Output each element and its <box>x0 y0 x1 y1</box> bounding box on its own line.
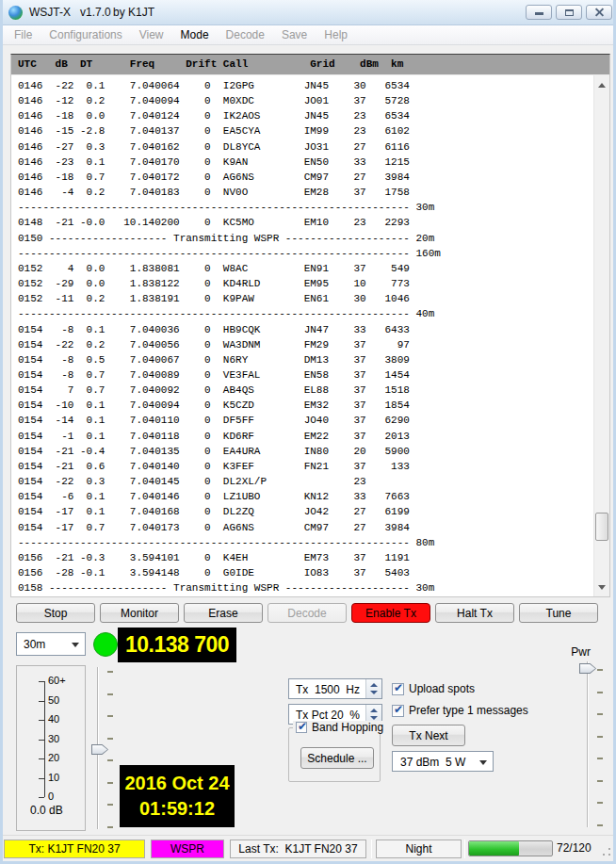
spin-down-icon[interactable] <box>370 716 378 720</box>
slider-tick <box>597 692 603 693</box>
decode-row[interactable]: 0152 -11 0.2 1.838191 0 K9PAW EN61 30 10… <box>18 291 593 306</box>
status-separator <box>371 840 372 858</box>
decode-row[interactable]: 0152 4 0.0 1.838081 0 W8AC EN91 37 549 <box>18 261 593 276</box>
close-button[interactable] <box>586 5 612 20</box>
pwr-slider[interactable] <box>574 658 606 829</box>
meter-scale-label: 0 <box>48 791 54 802</box>
band-selector[interactable]: 30m <box>16 632 86 656</box>
decode-separator-line: ----------------------------------------… <box>18 306 593 321</box>
window-title-author: by K1JT <box>113 6 154 19</box>
spin-up-icon[interactable] <box>370 683 378 687</box>
decode-row[interactable]: 0154 -8 0.7 7.040089 0 VE3FAL EN58 37 14… <box>18 367 593 383</box>
clock-date: 2016 Oct 24 <box>120 771 235 796</box>
scroll-up-icon[interactable] <box>594 77 609 92</box>
maximize-icon <box>565 9 574 16</box>
decode-row[interactable]: 0154 -17 0.7 7.040173 0 AG6NS CM97 27 39… <box>18 520 593 535</box>
decode-text: 0146 -22 0.1 7.040064 0 I2GPG JN45 30 65… <box>11 76 593 596</box>
erase-button[interactable]: Erase <box>184 603 263 623</box>
band-hopping-checkbox[interactable]: ✔ Band Hopping <box>293 721 386 734</box>
checkbox-icon[interactable]: ✔ <box>392 705 404 717</box>
decode-row[interactable]: 0154 -17 0.1 7.040168 0 DL2ZQ JO42 27 61… <box>18 504 593 519</box>
halt-tx-button[interactable]: Halt Tx <box>435 603 514 623</box>
meter-scale-label: 50 <box>48 694 59 706</box>
checkbox-icon[interactable]: ✔ <box>296 722 307 733</box>
progress-fill <box>469 841 519 856</box>
band-selector-value: 30m <box>24 638 45 651</box>
minimize-button[interactable] <box>526 5 552 20</box>
slider-tick <box>597 736 603 738</box>
tx-power-selector[interactable]: 37 dBm 5 W <box>392 751 494 772</box>
clock-time: 01:59:12 <box>120 796 235 822</box>
spinner-buttons[interactable] <box>365 679 381 698</box>
meter-tick <box>39 681 44 682</box>
decode-row[interactable]: 0154 -21 -0.4 7.040135 0 EA4URA IN80 20 … <box>18 444 593 459</box>
stop-button[interactable]: Stop <box>16 603 95 623</box>
decode-row[interactable]: 0156 -21 -0.3 3.594101 0 K4EH EM73 37 11… <box>18 550 593 565</box>
spin-down-icon[interactable] <box>370 691 378 694</box>
meter-axis <box>44 681 45 797</box>
tx-frequency-spinner[interactable]: Tx 1500 Hz <box>288 678 382 699</box>
scroll-down-icon[interactable] <box>594 579 609 595</box>
prefer-type1-label: Prefer type 1 messages <box>409 704 528 717</box>
decode-row[interactable]: 0154 -21 0.6 7.040140 0 K3FEF FN21 37 13… <box>18 459 593 474</box>
slider-tick <box>597 824 603 826</box>
decode-row[interactable]: 0146 -4 0.2 7.040183 0 NV0O EM28 37 1758 <box>18 185 593 200</box>
decode-button[interactable]: Decode <box>267 603 347 623</box>
decode-row[interactable]: 0154 7 0.7 7.040092 0 AB4QS EL88 37 1518 <box>18 383 593 398</box>
decode-row[interactable]: 0154 -22 0.2 7.040056 0 WA3DNM FM29 37 9… <box>18 337 593 352</box>
band-period-field: Night <box>376 840 462 858</box>
decode-row[interactable]: 0146 -27 0.3 7.040162 0 DL8YCA JO31 27 6… <box>18 139 593 155</box>
slider-track[interactable] <box>587 661 589 827</box>
meter-tick <box>39 778 44 779</box>
meter-value: 0.0 dB <box>30 804 63 817</box>
meter-scale-label: 60+ <box>48 675 66 686</box>
decode-row[interactable]: 0146 -23 0.1 7.040170 0 K9AN EN50 33 121… <box>18 155 593 170</box>
enable-tx-button[interactable]: Enable Tx <box>351 603 430 623</box>
chevron-down-icon <box>479 760 487 765</box>
slider-thumb[interactable] <box>579 663 596 674</box>
maximize-button[interactable] <box>556 5 582 20</box>
decode-row[interactable]: 0146 -15 -2.8 7.040137 0 EA5CYA IM99 23 … <box>18 123 593 139</box>
decode-row[interactable]: 0146 -18 0.7 7.040172 0 AG6NS CM97 27 39… <box>18 170 593 185</box>
title-bar: WSJT-X v1.7.0 by K1JT <box>0 0 616 25</box>
decode-row[interactable]: 0154 -14 0.1 7.040110 0 DF5FF JO40 37 62… <box>18 413 593 428</box>
slider-tick <box>107 782 113 784</box>
monitor-button[interactable]: Monitor <box>100 603 179 623</box>
checkbox-icon[interactable]: ✔ <box>392 683 404 695</box>
mode-field: WSPR <box>151 840 224 858</box>
decode-row[interactable]: 0154 -8 0.1 7.040036 0 HB9CQK JN47 33 64… <box>18 322 593 337</box>
decode-scrollbar[interactable] <box>593 75 609 596</box>
decode-row[interactable]: 0148 -21 -0.0 10.140200 0 KC5MO EM10 23 … <box>18 215 593 230</box>
slider-tick <box>597 758 603 759</box>
schedule-button[interactable]: Schedule ... <box>300 747 374 769</box>
slider-tick <box>107 671 113 673</box>
decode-row[interactable]: 0146 -12 0.2 7.040094 0 M0XDC JO01 37 57… <box>18 93 593 108</box>
decode-row[interactable]: 0154 -10 0.1 7.040094 0 K5CZD EM32 37 18… <box>18 398 593 413</box>
decode-row[interactable]: 0154 -1 0.1 7.040118 0 KD6RF EM22 37 201… <box>18 429 593 444</box>
upload-spots-checkbox[interactable]: ✔ Upload spots <box>392 682 475 695</box>
rx-status-lamp <box>93 632 118 657</box>
meter-scale-label: 10 <box>48 772 59 783</box>
menu-configurations: Configurations <box>41 28 130 41</box>
decode-row[interactable]: 0146 -22 0.1 7.040064 0 I2GPG JN45 30 65… <box>18 78 593 93</box>
band-hopping-group: ✔ Band Hopping Schedule ... <box>288 727 381 782</box>
decode-row[interactable]: 0152 -29 0.0 1.838122 0 KD4RLD EM95 10 7… <box>18 276 593 291</box>
rx-gain-slider[interactable] <box>89 665 118 831</box>
decode-row[interactable]: 0156 -28 -0.1 3.594148 0 G0IDE IO83 37 5… <box>18 565 593 580</box>
menu-save: Save <box>273 28 316 41</box>
progress-text: 72/120 <box>557 841 592 855</box>
resize-grip[interactable] <box>602 847 611 856</box>
tune-button[interactable]: Tune <box>519 603 598 623</box>
tx-next-button[interactable]: Tx Next <box>392 725 465 746</box>
slider-tick <box>107 826 113 828</box>
decode-row[interactable]: 0154 -6 0.1 7.040146 0 LZ1UBO KN12 33 76… <box>18 489 593 504</box>
menu-mode[interactable]: Mode <box>172 28 218 41</box>
prefer-type1-checkbox[interactable]: ✔ Prefer type 1 messages <box>392 704 528 717</box>
decode-row[interactable]: 0154 -8 0.5 7.040067 0 N6RY DM13 37 3809 <box>18 352 593 367</box>
slider-tick <box>597 713 603 715</box>
spin-up-icon[interactable] <box>370 709 378 712</box>
decode-row[interactable]: 0146 -18 0.0 7.040124 0 IK2AOS JN45 23 6… <box>18 108 593 123</box>
slider-thumb[interactable] <box>91 744 108 755</box>
decode-row[interactable]: 0154 -22 0.3 7.040145 0 DL2XL/P 23 <box>18 474 593 489</box>
scrollbar-thumb[interactable] <box>595 513 608 541</box>
